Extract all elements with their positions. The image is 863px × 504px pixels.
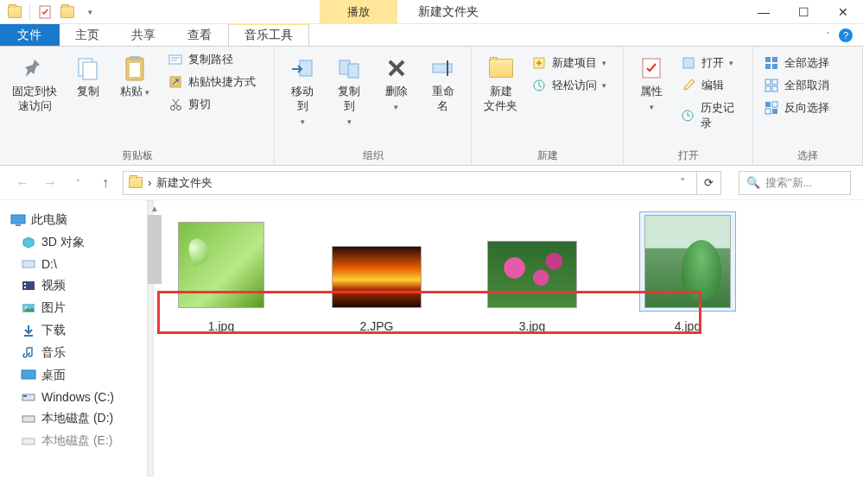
address-dropdown[interactable]: ˅	[674, 176, 691, 189]
explorer-body: 此电脑 3D 对象 D:\ 视频 图片 下载 音乐 桌面	[0, 200, 863, 504]
svg-rect-39	[24, 287, 26, 288]
open-button[interactable]: 打开 ▾	[677, 54, 746, 72]
customize-qat-dropdown[interactable]: ▾	[80, 3, 99, 22]
svg-rect-6	[169, 55, 181, 64]
separator	[29, 4, 30, 20]
tree-this-pc[interactable]: 此电脑	[5, 209, 142, 231]
file-item[interactable]: 1.jpg	[169, 219, 273, 333]
folder-icon	[5, 3, 24, 22]
file-item[interactable]: 2.JPG	[325, 243, 428, 333]
breadcrumb-item[interactable]: 新建文件夹	[156, 175, 213, 191]
svg-rect-38	[24, 283, 26, 285]
tree-pictures[interactable]: 图片	[5, 297, 142, 319]
tree-local-disk-e[interactable]: 本地磁盘 (E:)	[5, 430, 142, 452]
svg-rect-2	[83, 62, 97, 79]
navigation-pane[interactable]: 此电脑 3D 对象 D:\ 视频 图片 下载 音乐 桌面	[0, 200, 147, 504]
ribbon-group-organize: 移动到▾ 复制到▾ 删除▾ 重命名 组织	[275, 47, 472, 165]
edit-button[interactable]: 编辑	[677, 76, 746, 95]
pictures-icon	[21, 301, 36, 315]
recent-locations-dropdown[interactable]: ˅	[67, 173, 88, 193]
scrollbar-track[interactable]: ▲	[147, 200, 154, 476]
select-none-button[interactable]: 全部取消	[760, 76, 833, 95]
ribbon: 固定到快 速访问 复制 粘贴 ▾ 复制路径 粘贴快捷方式	[0, 47, 863, 166]
minimize-button[interactable]: —	[744, 0, 784, 24]
tree-desktop[interactable]: 桌面	[5, 364, 142, 387]
collapse-ribbon-button[interactable]: ˄	[826, 31, 830, 40]
desktop-icon	[21, 369, 36, 382]
history-button[interactable]: 历史记录	[677, 98, 746, 133]
svg-rect-4	[130, 56, 140, 60]
file-list-view[interactable]: 1.jpg 2.JPG 3.jpg 4.jpg	[155, 200, 863, 504]
paste-button[interactable]: 粘贴 ▾	[114, 50, 155, 103]
drive-icon	[21, 434, 36, 448]
breadcrumb-separator[interactable]: ›	[148, 176, 151, 189]
invert-selection-button[interactable]: 反向选择	[760, 98, 833, 117]
back-button[interactable]: ←	[12, 173, 33, 193]
help-button[interactable]: ?	[839, 28, 853, 42]
move-to-button[interactable]: 移动到▾	[282, 50, 323, 132]
drive-icon	[21, 257, 36, 271]
tree-drive-d[interactable]: D:\	[5, 254, 142, 274]
window-title: 新建文件夹	[418, 4, 479, 20]
select-all-button[interactable]: 全部选择	[760, 54, 833, 72]
pin-to-quick-access-button[interactable]: 固定到快 速访问	[7, 50, 62, 117]
ribbon-tabs: 文件 主页 共享 查看 音乐工具 ˄ ?	[0, 24, 863, 47]
tab-home[interactable]: 主页	[60, 24, 116, 46]
copy-button[interactable]: 复制	[67, 50, 109, 103]
file-item[interactable]: 3.jpg	[480, 238, 584, 333]
svg-rect-26	[765, 79, 771, 85]
svg-rect-30	[765, 102, 771, 107]
tree-videos[interactable]: 视频	[5, 274, 142, 297]
paste-shortcut-button[interactable]: 粘贴快捷方式	[164, 72, 259, 91]
close-button[interactable]: ✕	[823, 0, 863, 24]
delete-button[interactable]: 删除▾	[376, 50, 417, 117]
rename-button[interactable]: 重命名	[422, 50, 464, 117]
tree-drive-c[interactable]: Windows (C:)	[5, 387, 142, 407]
refresh-button[interactable]: ⟳	[697, 171, 721, 195]
svg-rect-23	[772, 57, 777, 62]
svg-rect-34	[11, 215, 25, 224]
music-icon	[21, 346, 36, 360]
group-label: 剪贴板	[7, 147, 267, 163]
group-label: 组织	[282, 147, 464, 163]
properties-icon[interactable]	[35, 3, 54, 22]
tree-3d-objects[interactable]: 3D 对象	[5, 231, 142, 254]
ribbon-group-open: 属性▾ 打开 ▾ 编辑 历史记录 打开	[624, 47, 753, 165]
svg-rect-29	[772, 86, 777, 91]
easy-access-button[interactable]: 轻松访问 ▾	[528, 76, 610, 95]
copy-to-button[interactable]: 复制到▾	[328, 50, 370, 132]
downloads-icon	[21, 324, 36, 337]
copy-path-button[interactable]: 复制路径	[164, 50, 259, 69]
properties-button[interactable]: 属性▾	[631, 50, 672, 117]
title-bar: ▾ 播放 新建文件夹 — ☐ ✕	[0, 0, 863, 24]
new-item-button[interactable]: 新建项目 ▾	[528, 54, 610, 72]
tree-music[interactable]: 音乐	[5, 342, 142, 364]
up-button[interactable]: ↑	[95, 173, 116, 193]
file-item[interactable]: 4.jpg	[636, 212, 739, 333]
address-bar[interactable]: › 新建文件夹 ˅	[123, 171, 697, 195]
svg-rect-35	[16, 224, 21, 226]
tab-file[interactable]: 文件	[0, 24, 60, 46]
tab-music-tools[interactable]: 音乐工具	[228, 23, 309, 46]
svg-rect-15	[433, 64, 452, 72]
search-box[interactable]: 🔍 搜索"新...	[739, 171, 851, 195]
svg-rect-32	[765, 109, 771, 114]
cut-button[interactable]: 剪切	[164, 95, 259, 114]
tab-view[interactable]: 查看	[172, 24, 228, 46]
navigation-bar: ← → ˅ ↑ › 新建文件夹 ˅ ⟳ 🔍 搜索"新...	[0, 166, 863, 200]
svg-rect-5	[130, 63, 140, 77]
folder-icon[interactable]	[58, 3, 77, 22]
tree-downloads[interactable]: 下载	[5, 319, 142, 342]
new-folder-button[interactable]: 新建 文件夹	[479, 50, 523, 117]
maximize-button[interactable]: ☐	[784, 0, 823, 24]
drive-icon	[21, 412, 36, 425]
tab-share[interactable]: 共享	[116, 24, 172, 46]
quick-access-toolbar: ▾	[0, 3, 99, 22]
svg-rect-24	[765, 64, 771, 69]
pane-splitter[interactable]: ▲	[147, 200, 155, 504]
tree-local-disk-d[interactable]: 本地磁盘 (D:)	[5, 407, 142, 430]
svg-point-41	[25, 306, 28, 309]
svg-point-11	[177, 106, 181, 110]
ribbon-group-clipboard: 固定到快 速访问 复制 粘贴 ▾ 复制路径 粘贴快捷方式	[0, 47, 275, 165]
forward-button[interactable]: →	[40, 173, 60, 193]
